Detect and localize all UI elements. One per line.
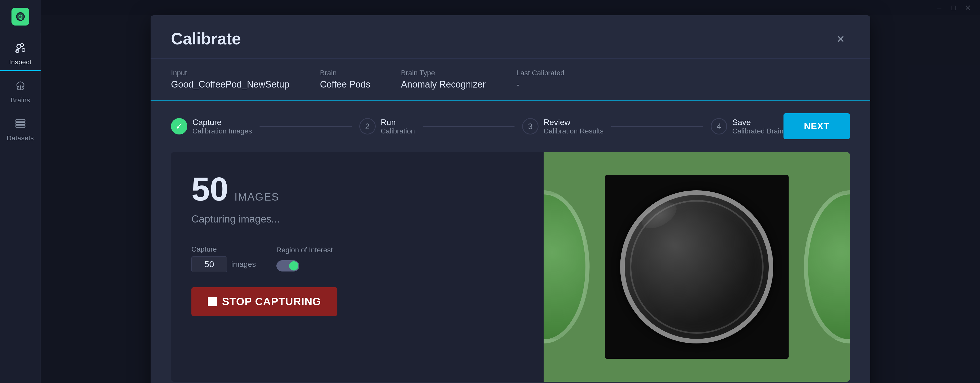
next-button[interactable]: NEXT [783,113,850,139]
stop-button-label: STOP CAPTURING [222,296,321,308]
capture-count-setting: Capture images [191,245,256,272]
inspect-icon [13,40,28,56]
sidebar-item-brains-label: Brains [11,96,30,104]
capturing-status: Capturing images... [191,213,523,225]
sidebar-logo: Q [0,0,41,33]
meta-last-calibrated: Last Calibrated - [516,69,564,90]
brains-icon [13,78,28,94]
stop-icon [208,297,217,306]
camera-image [605,175,789,359]
main-content: – □ ✕ Calibrate × Input Good_CoffeePod_N… [41,0,980,383]
sidebar-item-datasets-label: Datasets [6,134,34,142]
step-1-title: Capture [192,118,252,127]
modal-header: Calibrate × [151,15,870,59]
step-1-subtitle: Calibration Images [192,127,252,135]
sidebar-item-datasets[interactable]: Datasets [0,109,41,147]
connector-1-2 [259,126,352,127]
modal-meta: Input Good_CoffeePod_NewSetup Brain Coff… [151,59,870,100]
modal-overlay: Calibrate × Input Good_CoffeePod_NewSetu… [41,0,980,383]
meta-brain-type: Brain Type Anomaly Recognizer [401,69,486,90]
step-4-number: 4 [711,118,727,135]
step-4: 4 Save Calibrated Brain [711,118,783,135]
step-4-subtitle: Calibrated Brain [732,127,783,135]
count-number: 50 [191,173,228,206]
svg-text:Q: Q [18,14,22,20]
step-1: ✓ Capture Calibration Images [171,118,252,135]
meta-brain-type-label: Brain Type [401,69,486,77]
sidebar-nav: Inspect Brains Datasets [0,33,41,147]
capture-settings: Capture images Region of Interest [191,245,523,272]
sidebar-item-inspect[interactable]: Inspect [0,33,41,71]
sidebar: Q Inspect [0,0,41,383]
svg-rect-9 [16,120,25,122]
step-2-number: 2 [360,118,375,135]
roi-setting: Region of Interest [277,246,333,272]
meta-brain-label: Brain [320,69,370,77]
roi-label: Region of Interest [277,246,333,254]
step-3-title: Review [544,118,604,127]
meta-brain: Brain Coffee Pods [320,69,370,90]
steps-bar: ✓ Capture Calibration Images 2 Run Calib… [151,100,870,152]
step-3-number: 3 [522,118,538,135]
step-3: 3 Review Calibration Results [522,118,604,135]
step-2-title: Run [381,118,415,127]
stop-capturing-button[interactable]: STOP CAPTURING [191,287,337,316]
connector-3-4 [611,126,703,127]
coffee-pod-left-partial [544,190,590,343]
capture-panel: 50 IMAGES Capturing images... Capture im… [171,152,544,382]
step-2-text: Run Calibration [381,118,415,135]
toggle-knob [289,261,298,270]
meta-brain-value: Coffee Pods [320,79,370,90]
svg-point-2 [22,48,25,52]
step-3-subtitle: Calibration Results [544,127,604,135]
step-1-text: Capture Calibration Images [192,118,252,135]
modal-close-button[interactable]: × [832,30,850,48]
camera-feed [544,152,850,382]
step-3-text: Review Calibration Results [544,118,604,135]
step-2: 2 Run Calibration [360,118,415,135]
svg-rect-7 [16,122,25,124]
coffee-pod-main [620,190,773,343]
svg-point-1 [21,43,24,46]
meta-last-calibrated-label: Last Calibrated [516,69,564,77]
image-count: 50 IMAGES [191,173,523,206]
capture-input-row: images [191,256,256,272]
meta-brain-type-value: Anomaly Recognizer [401,79,486,90]
connector-2-3 [423,126,514,127]
svg-line-6 [21,86,23,87]
capture-count-input[interactable] [191,256,227,272]
datasets-icon [13,116,28,132]
count-unit: IMAGES [234,191,279,203]
capture-unit: images [231,260,256,269]
step-2-subtitle: Calibration [381,127,415,135]
step-4-title: Save [732,118,783,127]
svg-line-5 [18,86,19,87]
sidebar-item-inspect-label: Inspect [9,58,32,66]
step-4-text: Save Calibrated Brain [732,118,783,135]
roi-toggle[interactable] [277,260,299,272]
svg-rect-8 [16,125,25,127]
meta-input-label: Input [171,69,290,77]
coffee-pod-right-partial [804,190,850,343]
app-logo-icon: Q [11,8,29,25]
meta-input: Input Good_CoffeePod_NewSetup [171,69,290,90]
sidebar-item-brains[interactable]: Brains [0,71,41,109]
meta-last-calibrated-value: - [516,79,564,90]
modal-title: Calibrate [171,29,241,48]
modal-body: 50 IMAGES Capturing images... Capture im… [171,152,850,382]
step-1-number: ✓ [171,118,187,135]
meta-input-value: Good_CoffeePod_NewSetup [171,79,290,90]
capture-label: Capture [191,245,256,253]
calibrate-modal: Calibrate × Input Good_CoffeePod_NewSetu… [151,15,870,383]
